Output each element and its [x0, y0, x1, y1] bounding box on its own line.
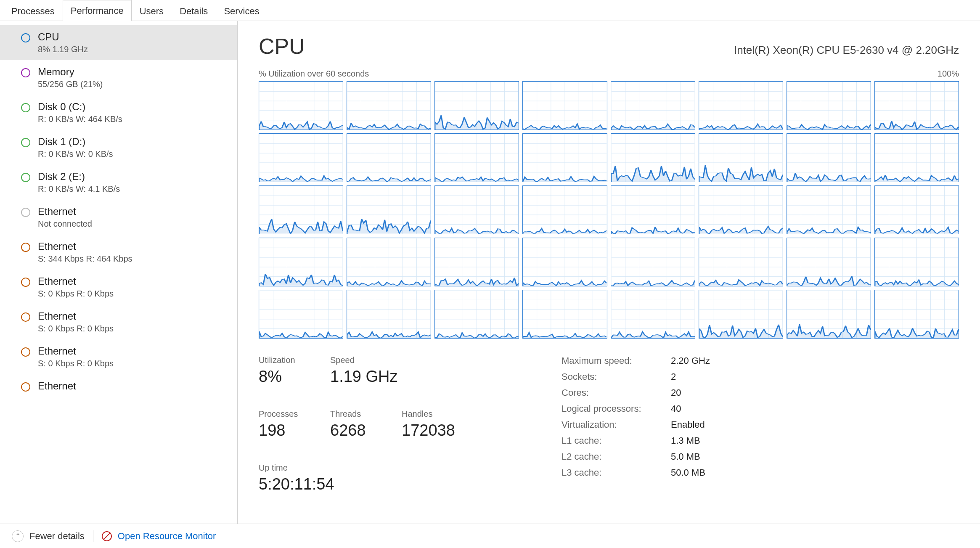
cpu-core-chart-34 — [434, 290, 519, 339]
stat-label: Threads — [330, 409, 385, 419]
sidebar-item-8[interactable]: EthernetS: 0 Kbps R: 0 Kbps — [0, 304, 237, 339]
sidebar-item-sub: S: 0 Kbps R: 0 Kbps — [38, 359, 114, 368]
stat-value: 198 — [259, 421, 313, 439]
sidebar-item-title: Ethernet — [38, 275, 114, 287]
stat-value: 5:20:11:54 — [259, 475, 334, 493]
cpu-core-chart-0 — [259, 81, 343, 130]
cpu-core-chart-25 — [347, 238, 431, 286]
cpu-core-chart-30 — [787, 238, 871, 286]
cpu-chart-grid — [259, 81, 959, 339]
stat-value: 8% — [259, 368, 313, 386]
spec-value: Enabled — [671, 419, 710, 430]
cpu-core-chart-36 — [611, 290, 695, 339]
cpu-core-chart-2 — [434, 81, 519, 130]
sidebar-item-sub: R: 0 KB/s W: 0 KB/s — [38, 149, 113, 159]
cpu-model: Intel(R) Xeon(R) CPU E5-2630 v4 @ 2.20GH… — [734, 44, 959, 57]
stat-label: Handles — [402, 409, 456, 419]
stat-processes: Processes198 — [259, 409, 313, 439]
sidebar[interactable]: CPU8% 1.19 GHzMemory55/256 GB (21%)Disk … — [0, 21, 237, 524]
circle-icon — [21, 312, 30, 322]
cpu-core-chart-1 — [347, 81, 431, 130]
tab-users[interactable]: Users — [132, 0, 172, 21]
content-pane: CPU Intel(R) Xeon(R) CPU E5-2630 v4 @ 2.… — [238, 21, 980, 524]
tab-processes[interactable]: Processes — [3, 0, 63, 21]
cpu-core-chart-26 — [434, 238, 519, 286]
spec-label: Virtualization: — [562, 419, 662, 430]
sidebar-item-title: CPU — [38, 31, 88, 43]
sidebar-item-5[interactable]: EthernetNot connected — [0, 200, 237, 235]
stat-value: 1.19 GHz — [330, 368, 398, 386]
sidebar-item-7[interactable]: EthernetS: 0 Kbps R: 0 Kbps — [0, 270, 237, 304]
cpu-core-chart-37 — [699, 290, 783, 339]
sidebar-item-4[interactable]: Disk 2 (E:)R: 0 KB/s W: 4.1 KB/s — [0, 165, 237, 200]
cpu-core-chart-24 — [259, 238, 343, 286]
circle-icon — [21, 243, 30, 252]
open-resource-monitor-link[interactable]: Open Resource Monitor — [118, 531, 216, 542]
spec-label: L2 cache: — [562, 451, 662, 462]
stat-utilization: Utilization8% — [259, 355, 313, 386]
sidebar-item-sub: S: 344 Kbps R: 464 Kbps — [38, 254, 132, 264]
sidebar-item-2[interactable]: Disk 0 (C:)R: 0 KB/s W: 464 KB/s — [0, 95, 237, 130]
cpu-core-chart-7 — [874, 81, 959, 130]
circle-icon — [21, 138, 30, 147]
sidebar-item-sub: 55/256 GB (21%) — [38, 79, 103, 89]
spec-value: 2 — [671, 371, 710, 382]
circle-icon — [21, 33, 30, 42]
sidebar-item-sub: Not connected — [38, 219, 92, 229]
sidebar-item-6[interactable]: EthernetS: 344 Kbps R: 464 Kbps — [0, 235, 237, 270]
sidebar-item-title: Ethernet — [38, 345, 114, 357]
stat-threads: Threads6268 — [330, 409, 385, 439]
spec-label: L3 cache: — [562, 467, 662, 478]
chevron-up-icon[interactable]: ⌃ — [12, 530, 24, 542]
cpu-core-chart-35 — [522, 290, 607, 339]
sidebar-item-10[interactable]: Ethernet — [0, 374, 237, 400]
circle-icon — [21, 347, 30, 357]
sidebar-item-title: Ethernet — [38, 380, 76, 392]
cpu-core-chart-31 — [874, 238, 959, 286]
stat-label: Up time — [259, 463, 334, 473]
cpu-core-chart-32 — [259, 290, 343, 339]
sidebar-item-title: Ethernet — [38, 241, 132, 252]
cpu-core-chart-29 — [699, 238, 783, 286]
sidebar-item-sub: S: 0 Kbps R: 0 Kbps — [38, 324, 114, 334]
sidebar-item-title: Ethernet — [38, 310, 114, 322]
cpu-core-chart-13 — [699, 133, 783, 182]
spec-label: L1 cache: — [562, 435, 662, 446]
spec-label: Maximum speed: — [562, 355, 662, 366]
sidebar-item-0[interactable]: CPU8% 1.19 GHz — [0, 25, 237, 60]
chart-label-left: % Utilization over 60 seconds — [259, 69, 369, 79]
sidebar-item-sub: R: 0 KB/s W: 4.1 KB/s — [38, 184, 120, 194]
circle-icon — [21, 103, 30, 112]
sidebar-item-9[interactable]: EthernetS: 0 Kbps R: 0 Kbps — [0, 339, 237, 374]
fewer-details-button[interactable]: Fewer details — [29, 531, 85, 542]
tab-services[interactable]: Services — [216, 0, 267, 21]
circle-icon — [21, 173, 30, 182]
spec-value: 40 — [671, 403, 710, 414]
cpu-core-chart-8 — [259, 133, 343, 182]
circle-icon — [21, 278, 30, 287]
spec-value: 20 — [671, 387, 710, 398]
cpu-core-chart-21 — [699, 185, 783, 234]
cpu-core-chart-9 — [347, 133, 431, 182]
sidebar-item-title: Disk 0 (C:) — [38, 101, 122, 113]
tab-details[interactable]: Details — [172, 0, 216, 21]
sidebar-item-title: Disk 1 (D:) — [38, 136, 113, 148]
cpu-core-chart-4 — [611, 81, 695, 130]
cpu-core-chart-38 — [787, 290, 871, 339]
sidebar-item-3[interactable]: Disk 1 (D:)R: 0 KB/s W: 0 KB/s — [0, 130, 237, 165]
cpu-core-chart-18 — [434, 185, 519, 234]
page-title: CPU — [259, 34, 305, 59]
sidebar-item-title: Memory — [38, 66, 103, 78]
stat-handles: Handles172038 — [402, 409, 456, 439]
circle-icon — [21, 68, 30, 77]
cpu-core-chart-27 — [522, 238, 607, 286]
tab-performance[interactable]: Performance — [63, 0, 132, 21]
cpu-core-chart-22 — [787, 185, 871, 234]
stats-right: Maximum speed:2.20 GHzSockets:2Cores:20L… — [562, 355, 710, 505]
cpu-core-chart-11 — [522, 133, 607, 182]
cpu-core-chart-3 — [522, 81, 607, 130]
spec-label: Logical processors: — [562, 403, 662, 414]
sidebar-item-1[interactable]: Memory55/256 GB (21%) — [0, 60, 237, 95]
cpu-core-chart-5 — [699, 81, 783, 130]
sidebar-item-title: Ethernet — [38, 206, 92, 217]
